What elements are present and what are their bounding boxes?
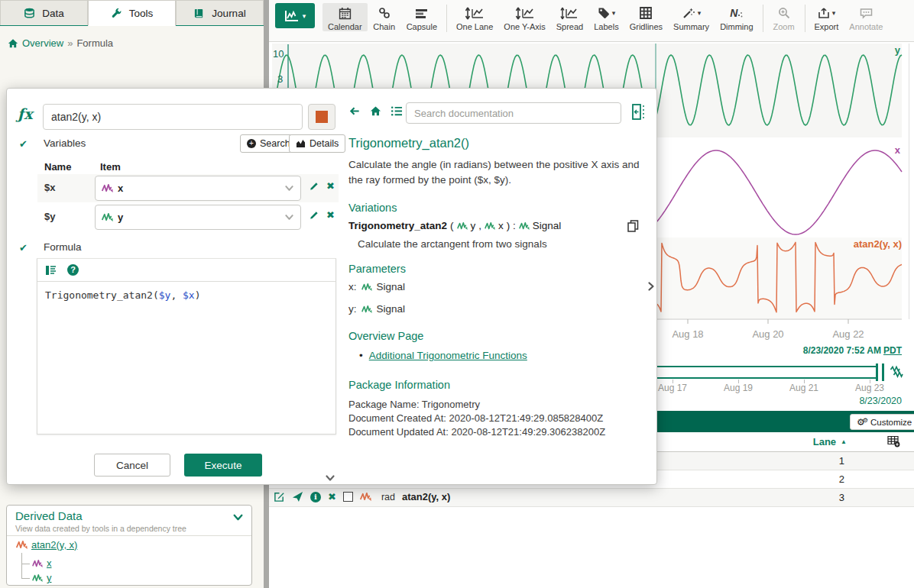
color-picker-button[interactable] bbox=[308, 104, 335, 130]
add-column-icon[interactable] bbox=[887, 435, 900, 447]
toolbar-button-dimming[interactable]: N Dimming bbox=[715, 3, 758, 31]
tree-item-atan2-link[interactable]: atan2(y, x) bbox=[31, 539, 77, 551]
signal-icon bbox=[102, 183, 113, 193]
home-icon[interactable] bbox=[8, 38, 18, 49]
execute-button[interactable]: Execute bbox=[184, 454, 262, 477]
formula-editor: ? Trigonometry_atan2($y, $x) bbox=[37, 258, 336, 435]
toolbar-button-one-y-axis[interactable]: One Y-Axis bbox=[498, 3, 550, 31]
info-icon[interactable]: i bbox=[310, 492, 321, 502]
tree-item-atan2[interactable]: atan2(y, x) bbox=[16, 539, 77, 551]
plus-circle-icon: + bbox=[247, 139, 256, 148]
tab-data[interactable]: Data bbox=[0, 0, 88, 25]
row-checkbox[interactable] bbox=[343, 492, 353, 502]
x-axis-tick: Aug 18 bbox=[672, 328, 703, 340]
toolbar-button-one-lane[interactable]: One Lane bbox=[451, 3, 498, 31]
column-header-item: Item bbox=[100, 161, 121, 173]
toolbar-button-calendar[interactable]: Calendar bbox=[322, 3, 368, 31]
variable-row-y: $y y ✖ bbox=[37, 203, 339, 231]
details-button[interactable]: Details bbox=[289, 134, 345, 153]
row-unit: rad bbox=[381, 492, 395, 502]
edit-pencil-icon[interactable] bbox=[309, 181, 319, 192]
tree-item-x-link[interactable]: x bbox=[47, 557, 52, 569]
doc-search-input[interactable] bbox=[406, 102, 621, 124]
view-mode-dropdown-button[interactable]: ▾ bbox=[275, 3, 315, 28]
edit-icon[interactable] bbox=[274, 491, 285, 502]
lane-column-header[interactable]: Lane▲ bbox=[813, 436, 847, 447]
lane-value: 3 bbox=[839, 492, 844, 503]
toolbar-button-summary[interactable]: ▾ Summary bbox=[668, 3, 715, 31]
remove-variable-icon[interactable]: ✖ bbox=[326, 180, 335, 192]
item-select-y[interactable]: y bbox=[95, 205, 301, 230]
table-row[interactable]: i ✖ rad atan2(y, x) 3 bbox=[269, 489, 914, 507]
timebar-tick: Aug 19 bbox=[724, 383, 753, 393]
toolbar-button-capsule[interactable]: Capsule bbox=[401, 3, 442, 31]
toolbar-button-spread[interactable]: Spread bbox=[551, 3, 588, 31]
toolbar-button-zoom: Zoom bbox=[767, 3, 801, 31]
tab-tools[interactable]: Tools bbox=[88, 0, 176, 26]
magnifier-icon bbox=[773, 5, 796, 21]
timebar-resize-handle[interactable] bbox=[876, 363, 884, 381]
magic-wand-icon: ▾ bbox=[673, 5, 709, 21]
item-select-x[interactable]: x bbox=[95, 176, 301, 201]
customize-button[interactable]: ⚙⚙ Customize bbox=[850, 414, 914, 430]
check-icon: ✔ bbox=[19, 242, 28, 254]
collapse-modal-chevron-icon[interactable] bbox=[324, 473, 336, 483]
signal-icon bbox=[32, 559, 43, 568]
copy-icon[interactable] bbox=[627, 220, 639, 232]
back-icon[interactable] bbox=[348, 105, 361, 117]
breadcrumb-overview-link[interactable]: Overview bbox=[22, 37, 63, 49]
chevron-down-icon: ▾ bbox=[832, 9, 836, 17]
toolbar-button-annotate: Annotate bbox=[844, 3, 888, 31]
signal-icon bbox=[457, 221, 468, 231]
tree-item-x[interactable]: x bbox=[32, 557, 52, 569]
one-y-axis-icon bbox=[504, 5, 545, 21]
tab-journal-label: Journal bbox=[212, 8, 245, 19]
help-icon[interactable]: ? bbox=[67, 264, 79, 276]
auto-update-icon[interactable] bbox=[890, 365, 904, 378]
breadcrumb: Overview » Formula bbox=[8, 37, 113, 49]
timezone-link[interactable]: PDT bbox=[883, 345, 902, 356]
tree-item-y-link[interactable]: y bbox=[47, 572, 52, 583]
tab-journal[interactable]: Journal bbox=[176, 0, 264, 25]
remove-icon[interactable]: ✖ bbox=[328, 491, 336, 502]
snippets-icon[interactable] bbox=[45, 265, 57, 276]
breadcrumb-separator: » bbox=[67, 37, 73, 49]
signal-icon bbox=[360, 492, 371, 502]
tree-item-y[interactable]: y bbox=[32, 572, 52, 583]
signal-icon bbox=[519, 221, 530, 231]
edit-pencil-icon[interactable] bbox=[309, 210, 319, 221]
toolbar-button-labels[interactable]: ▾ Labels bbox=[588, 3, 624, 31]
series-label-y[interactable]: y bbox=[895, 44, 900, 56]
signal-icon bbox=[32, 573, 43, 583]
timebar-tick: Aug 23 bbox=[855, 383, 884, 393]
additional-trig-functions-link[interactable]: Additional Trigonometric Functions bbox=[369, 350, 527, 361]
speech-bubble-icon bbox=[849, 5, 883, 21]
y-axis-tick: 3 bbox=[277, 73, 283, 85]
display-range-end[interactable]: 8/23/2020 7:52 AMPDT bbox=[803, 345, 902, 356]
remove-variable-icon[interactable]: ✖ bbox=[326, 209, 335, 221]
toolbar-button-chain[interactable]: Chain bbox=[368, 3, 401, 31]
send-icon[interactable] bbox=[292, 491, 303, 502]
collapse-chevron-icon[interactable] bbox=[232, 512, 244, 523]
toolbar-button-gridlines[interactable]: Gridlines bbox=[624, 3, 668, 31]
collapse-doc-panel-icon[interactable] bbox=[632, 104, 645, 120]
breadcrumb-current: Formula bbox=[76, 37, 113, 49]
doc-home-icon[interactable] bbox=[370, 105, 381, 117]
toolbar-button-export[interactable]: ▾ Export bbox=[809, 3, 844, 31]
timebar-tick: Aug 21 bbox=[789, 383, 818, 393]
cancel-button[interactable]: Cancel bbox=[94, 454, 170, 477]
overview-link-row: • Additional Trigonometric Functions bbox=[359, 350, 527, 361]
timebar-tick: Aug 17 bbox=[658, 383, 687, 393]
formula-name-input[interactable] bbox=[43, 104, 303, 130]
chevron-right-icon[interactable] bbox=[646, 281, 656, 292]
timebar-end-date[interactable]: 8/23/2020 bbox=[859, 396, 902, 406]
signal-icon bbox=[16, 540, 28, 550]
formula-code[interactable]: Trigonometry_atan2($y, $x) bbox=[37, 282, 335, 309]
book-icon bbox=[193, 8, 205, 19]
index-list-icon[interactable] bbox=[391, 105, 403, 117]
variation-description: Calculate the arctangent from two signal… bbox=[358, 238, 547, 250]
calendar-icon bbox=[328, 5, 362, 21]
variations-heading: Variations bbox=[348, 202, 397, 214]
series-label-x[interactable]: x bbox=[895, 144, 900, 156]
series-label-atan2[interactable]: atan2(y, x) bbox=[854, 238, 902, 250]
